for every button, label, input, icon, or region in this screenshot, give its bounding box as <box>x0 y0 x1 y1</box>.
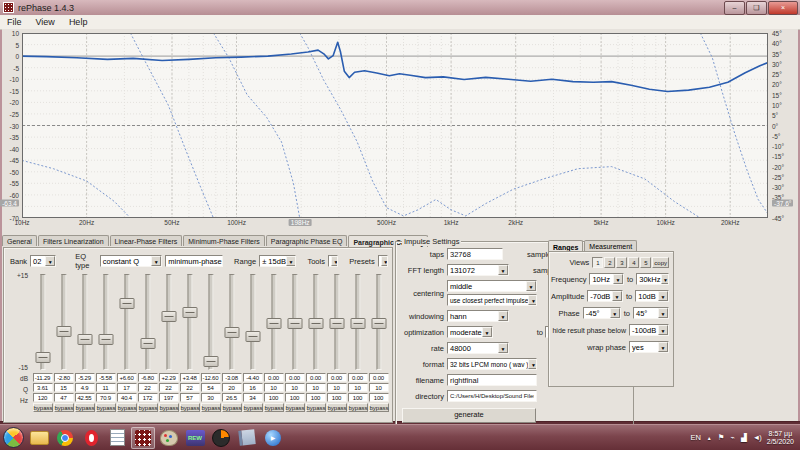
band-q-value[interactable]: 22 <box>180 383 200 392</box>
tools-menu-button[interactable]: ▼ <box>328 255 338 267</box>
band-q-value[interactable]: 10 <box>327 383 347 392</box>
hidden-icons-arrow[interactable]: ▲ <box>707 435 712 441</box>
volume-icon[interactable]: ◄) <box>753 433 761 442</box>
amplitude-to-select[interactable]: 10dB▼ <box>635 290 669 302</box>
band-gain-value[interactable]: 0.00 <box>264 373 284 382</box>
slider-thumb[interactable] <box>35 352 50 363</box>
view-button-1[interactable]: 1 <box>592 257 603 268</box>
band-q-value[interactable]: 10 <box>285 383 305 392</box>
fft-length-select[interactable]: 131072▼ <box>447 264 509 276</box>
tab-general[interactable]: General <box>2 235 37 246</box>
bypass-button[interactable]: bypass <box>306 403 326 412</box>
slider-thumb[interactable] <box>224 327 239 338</box>
gain-slider-2[interactable] <box>53 272 74 372</box>
band-gain-value[interactable]: 0.00 <box>327 373 347 382</box>
taskbar-notepad-icon[interactable] <box>105 427 129 449</box>
hide-result-phase-select[interactable]: -100dB▼ <box>629 324 669 336</box>
phase-to-select[interactable]: 45°▼ <box>633 307 669 319</box>
band-gain-value[interactable]: +3.48 <box>180 373 200 382</box>
band-gain-value[interactable]: -6.80 <box>138 373 158 382</box>
bypass-button[interactable]: bypass <box>96 403 116 412</box>
band-gain-value[interactable]: 0.00 <box>306 373 326 382</box>
band-gain-value[interactable]: 0.00 <box>348 373 368 382</box>
optimization-select[interactable]: moderate▼ <box>447 326 493 338</box>
band-gain-value[interactable]: -2.80 <box>54 373 74 382</box>
bypass-button[interactable]: bypass <box>369 403 389 412</box>
slider-thumb[interactable] <box>266 318 281 329</box>
band-gain-value[interactable]: -11.29 <box>33 373 53 382</box>
filename-input[interactable] <box>447 374 537 386</box>
network-icon[interactable]: ▟ <box>741 433 747 442</box>
gain-slider-9[interactable] <box>200 272 221 372</box>
range-select[interactable]: ± 15dB▼ <box>259 255 296 267</box>
phase-mode-select[interactable]: minimum-phase▼ <box>165 255 223 267</box>
band-freq-value[interactable]: 40.4 <box>117 393 137 402</box>
maximize-button[interactable]: ❏ <box>746 1 767 15</box>
wrap-phase-select[interactable]: yes▼ <box>629 341 669 353</box>
band-freq-value[interactable]: 100 <box>264 393 284 402</box>
band-freq-value[interactable]: 34 <box>243 393 263 402</box>
slider-thumb[interactable] <box>161 311 176 322</box>
band-freq-value[interactable]: 47 <box>54 393 74 402</box>
gain-slider-12[interactable] <box>263 272 284 372</box>
gain-slider-5[interactable] <box>116 272 137 372</box>
bypass-button[interactable]: bypass <box>201 403 221 412</box>
taskbar-start-icon[interactable] <box>1 427 25 449</box>
gain-slider-11[interactable] <box>242 272 263 372</box>
bypass-button[interactable]: bypass <box>348 403 368 412</box>
band-q-value[interactable]: 4.9 <box>75 383 95 392</box>
band-q-value[interactable]: 10 <box>264 383 284 392</box>
band-q-value[interactable]: 10 <box>306 383 326 392</box>
band-freq-value[interactable]: 172 <box>138 393 158 402</box>
minimize-button[interactable]: – <box>724 1 745 15</box>
frequency-to-select[interactable]: 30kHz▼ <box>636 273 669 285</box>
band-q-value[interactable]: 20 <box>222 383 242 392</box>
band-freq-value[interactable]: 100 <box>348 393 368 402</box>
slider-thumb[interactable] <box>140 338 155 349</box>
directory-input[interactable] <box>447 390 537 402</box>
menu-view[interactable]: View <box>29 17 62 27</box>
band-freq-value[interactable]: 100 <box>306 393 326 402</box>
band-gain-value[interactable]: 0.00 <box>369 373 389 382</box>
taskbar-onenote-icon[interactable] <box>235 427 259 449</box>
menu-file[interactable]: File <box>0 17 29 27</box>
band-q-value[interactable]: 10 <box>369 383 389 392</box>
band-freq-value[interactable]: 42.55 <box>75 393 95 402</box>
bypass-button[interactable]: bypass <box>75 403 95 412</box>
power-icon[interactable]: ⌁ <box>731 433 736 442</box>
band-gain-value[interactable]: -3.08 <box>222 373 242 382</box>
gain-slider-7[interactable] <box>158 272 179 372</box>
bypass-button[interactable]: bypass <box>264 403 284 412</box>
band-gain-value[interactable]: -4.40 <box>243 373 263 382</box>
windowing-select[interactable]: hann▼ <box>447 310 509 322</box>
amplitude-from-select[interactable]: -70dB▼ <box>587 290 623 302</box>
menu-help[interactable]: Help <box>62 17 95 27</box>
presets-menu-button[interactable]: ▼ <box>378 255 388 267</box>
taskbar-clock[interactable]: 8:57 μμ 2/5/2020 <box>767 430 794 446</box>
band-q-value[interactable]: 17 <box>117 383 137 392</box>
band-gain-value[interactable]: -12.60 <box>201 373 221 382</box>
slider-thumb[interactable] <box>98 334 113 345</box>
gain-slider-14[interactable] <box>305 272 326 372</box>
action-center-flag-icon[interactable]: ⚑ <box>718 433 725 442</box>
taskbar-paint-icon[interactable] <box>157 427 181 449</box>
bypass-button[interactable]: bypass <box>243 403 263 412</box>
band-freq-value[interactable]: 100 <box>285 393 305 402</box>
gain-slider-8[interactable] <box>179 272 200 372</box>
view-button-3[interactable]: 3 <box>616 257 627 268</box>
taskbar-chrome-icon[interactable] <box>53 427 77 449</box>
eq-type-select[interactable]: constant Q▼ <box>100 255 163 267</box>
bypass-button[interactable]: bypass <box>159 403 179 412</box>
phase-from-select[interactable]: -45°▼ <box>583 307 621 319</box>
tab-measurement[interactable]: Measurement <box>584 240 637 251</box>
tab-filters-linearization[interactable]: Filters Linearization <box>38 235 109 246</box>
taskbar-keepass-icon[interactable] <box>209 427 233 449</box>
band-gain-value[interactable]: +6.60 <box>117 373 137 382</box>
band-freq-value[interactable]: 57 <box>180 393 200 402</box>
tab-paragraphic-phase-eq[interactable]: Paragraphic Phase EQ <box>266 235 348 246</box>
band-freq-value[interactable]: 120 <box>33 393 53 402</box>
view-button-copy[interactable]: copy <box>652 257 669 268</box>
band-q-value[interactable]: 15 <box>54 383 74 392</box>
view-button-4[interactable]: 4 <box>628 257 639 268</box>
bypass-button[interactable]: bypass <box>117 403 137 412</box>
